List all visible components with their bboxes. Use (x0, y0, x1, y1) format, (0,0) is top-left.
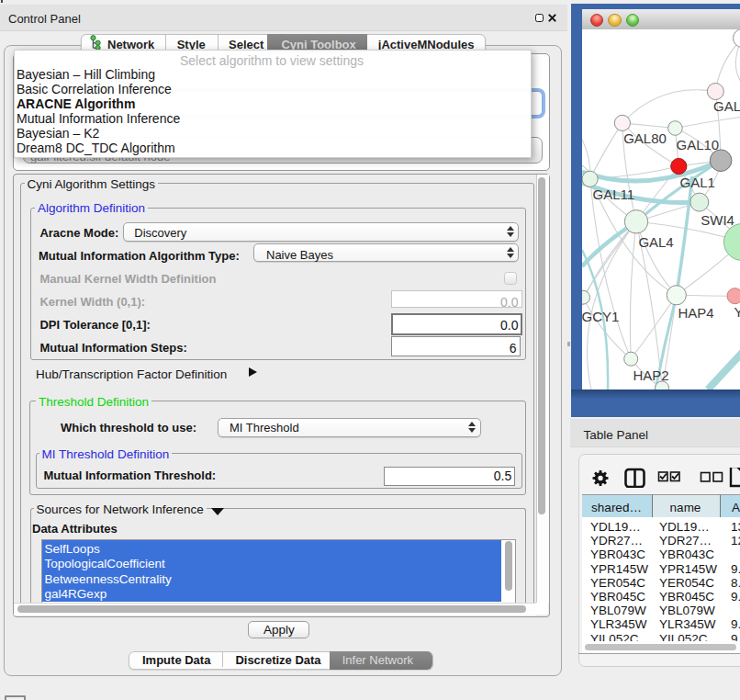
svg-text:SWI4: SWI4 (701, 211, 734, 227)
svg-text:GCY1: GCY1 (582, 309, 619, 324)
svg-text:HAP4: HAP4 (678, 304, 713, 320)
svg-text:GAL1: GAL1 (679, 174, 714, 189)
svg-text:GAL7: GAL7 (712, 98, 740, 114)
svg-text:GAL80: GAL80 (623, 130, 667, 145)
svg-text:GAL10: GAL10 (676, 136, 719, 152)
svg-text:GAL4: GAL4 (638, 233, 673, 249)
svg-text:Y: Y (734, 303, 740, 319)
svg-text:HAP2: HAP2 (633, 367, 668, 382)
svg-text:GAL11: GAL11 (592, 186, 634, 202)
